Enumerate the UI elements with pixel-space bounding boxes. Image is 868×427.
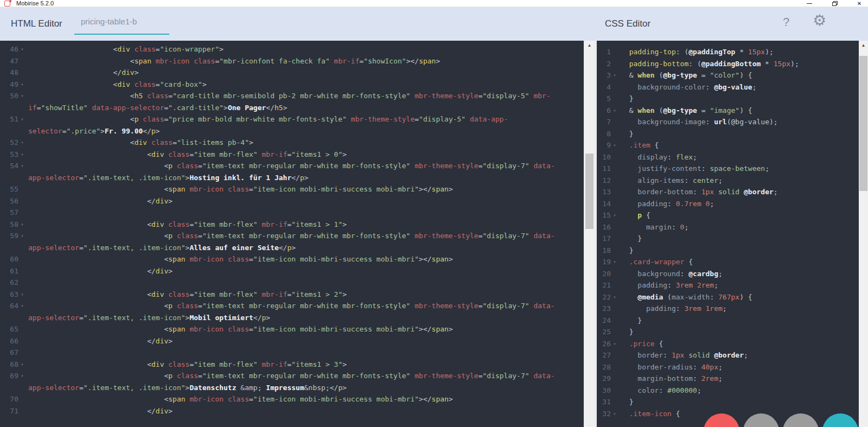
code-line-content[interactable]: border-radius: 40px; xyxy=(618,361,723,373)
code-line[interactable]: 19▾ .card-wrapper { xyxy=(597,256,859,268)
css-scrollbar-thumb[interactable] xyxy=(859,56,867,191)
fold-chevron-down-icon[interactable]: ▾ xyxy=(611,408,618,420)
code-line-content[interactable]: app-selector=".item-text, .item-icon">Ho… xyxy=(26,172,309,184)
code-line[interactable]: 23 padding: 3rem 1rem; xyxy=(597,303,859,315)
fold-chevron-down-icon[interactable]: ▾ xyxy=(18,300,26,312)
code-line-content[interactable]: <div class="item mbr-flex" mbr-if="items… xyxy=(26,149,347,161)
code-line-content[interactable]: <div class="list-items pb-4"> xyxy=(26,137,253,149)
fold-chevron-down-icon[interactable]: ▾ xyxy=(18,137,26,149)
code-line[interactable]: 67 xyxy=(0,347,584,359)
code-line[interactable]: 10 display: flex; xyxy=(597,151,859,163)
fold-chevron-down-icon[interactable]: ▾ xyxy=(18,43,26,55)
html-scrollbar-thumb[interactable] xyxy=(585,154,593,229)
code-line-content[interactable]: <div class="icon-wrapper"> xyxy=(26,43,224,55)
code-line[interactable]: 54▾ <p class="item-text mbr-regular mbr-… xyxy=(0,160,584,172)
code-line[interactable]: 14 padding: 0.7rem 0; xyxy=(597,198,859,210)
code-line-content[interactable]: display: flex; xyxy=(618,151,697,163)
code-line-content[interactable]: <span mbr-icon class="item-icon mobi-mbr… xyxy=(26,183,453,195)
fold-chevron-down-icon[interactable]: ▾ xyxy=(18,90,26,102)
code-line[interactable]: 55 <span mbr-icon class="item-icon mobi-… xyxy=(0,183,584,195)
code-line-content[interactable]: <span mbr-icon class="item-icon mobi-mbr… xyxy=(26,323,453,335)
code-line-content[interactable]: padding-top: (@paddingTop * 15px); xyxy=(618,46,774,58)
code-line[interactable]: 2 padding-bottom: (@paddingBottom * 15px… xyxy=(597,58,859,70)
code-line[interactable]: 27 border: 1px solid @border; xyxy=(597,349,859,361)
code-line-content[interactable]: <div class="item mbr-flex" mbr-if="items… xyxy=(26,359,347,371)
code-line[interactable]: selector=".price">Fr. 99.00</p> xyxy=(0,125,584,137)
fold-chevron-down-icon[interactable]: ▾ xyxy=(611,338,618,350)
minimize-button[interactable] xyxy=(805,0,814,7)
code-line-content[interactable]: p { xyxy=(618,209,650,221)
code-line-content[interactable]: } xyxy=(618,128,633,140)
code-line[interactable]: 66 </div> xyxy=(0,335,584,347)
fab-secondary-button-1[interactable] xyxy=(743,413,779,427)
code-line[interactable]: 71 </div> xyxy=(0,405,584,417)
fold-chevron-down-icon[interactable]: ▾ xyxy=(18,219,26,231)
code-line[interactable]: 22▾ @media (max-width: 767px) { xyxy=(597,291,859,303)
code-line-content[interactable]: border: 1px solid @border; xyxy=(618,349,748,361)
code-line[interactable]: 13 border-bottom: 1px solid @border; xyxy=(597,186,859,198)
code-line-content[interactable]: & when (@bg-type = "color") { xyxy=(618,69,752,81)
fold-chevron-down-icon[interactable]: ▾ xyxy=(18,79,26,91)
code-line[interactable]: 29 margin-bottom: 2rem; xyxy=(597,373,859,385)
code-line[interactable]: 60 <span mbr-icon class="item-icon mobi-… xyxy=(0,253,584,265)
fold-chevron-down-icon[interactable]: ▾ xyxy=(18,230,26,242)
code-line-content[interactable]: .price { xyxy=(618,338,663,350)
code-line-content[interactable]: } xyxy=(618,315,642,327)
code-line-content[interactable]: <p class="item-text mbr-regular mbr-whit… xyxy=(26,370,555,382)
code-line-content[interactable]: margin: 0; xyxy=(618,221,688,233)
code-line[interactable]: if="showTitle" data-app-selector=".card-… xyxy=(0,102,584,114)
html-editor-scrollbar[interactable]: ▲ xyxy=(585,41,594,427)
code-line[interactable]: app-selector=".item-text, .item-icon">Da… xyxy=(0,382,584,394)
code-line[interactable]: 64▾ <p class="item-text mbr-regular mbr-… xyxy=(0,300,584,312)
settings-gear-icon[interactable]: ⚙ xyxy=(813,11,826,29)
code-line[interactable]: 50▾ <h5 class="card-title mbr-semibold p… xyxy=(0,90,584,102)
window-titlebar[interactable]: Mobirise 5.2.0 ✕ xyxy=(0,0,868,7)
code-line-content[interactable]: background-color: @bg-value; xyxy=(618,81,756,93)
code-line[interactable]: 70 <span mbr-icon class="item-icon mobi-… xyxy=(0,393,584,405)
code-line-content[interactable]: } xyxy=(618,93,633,105)
code-line-content[interactable]: </div> xyxy=(26,67,139,79)
code-line[interactable]: 49▾ <div class="card-box"> xyxy=(0,79,584,91)
code-line-content[interactable]: align-items: center; xyxy=(618,175,723,187)
code-line[interactable]: 11 justify-content: space-between; xyxy=(597,163,859,175)
code-line[interactable]: 9▾ .item { xyxy=(597,139,859,151)
code-line[interactable]: app-selector=".item-text, .item-icon">Mo… xyxy=(0,312,584,324)
code-line[interactable]: 8 } xyxy=(597,128,859,140)
code-line-content[interactable]: <h5 class="card-title mbr-semibold pb-2 … xyxy=(26,90,551,102)
maximize-restore-button[interactable] xyxy=(830,0,839,7)
code-line[interactable]: 65 <span mbr-icon class="item-icon mobi-… xyxy=(0,323,584,335)
code-line[interactable]: app-selector=".item-text, .item-icon">Al… xyxy=(0,242,584,254)
code-line-content[interactable]: border-bottom: 1px solid @border; xyxy=(618,186,778,198)
code-line-content[interactable]: </div> xyxy=(26,335,173,347)
code-line-content[interactable]: & when (@bg-type = "image") { xyxy=(618,105,752,117)
code-line[interactable]: 6▾ & when (@bg-type = "image") { xyxy=(597,105,859,117)
code-line-content[interactable] xyxy=(26,277,28,289)
code-line-content[interactable]: } xyxy=(618,326,633,338)
fold-chevron-down-icon[interactable]: ▾ xyxy=(18,370,26,382)
code-line-content[interactable]: color: #000000; xyxy=(618,385,701,397)
fold-chevron-down-icon[interactable]: ▾ xyxy=(18,359,26,371)
fold-chevron-down-icon[interactable]: ▾ xyxy=(611,209,618,221)
fold-chevron-down-icon[interactable]: ▾ xyxy=(611,69,618,81)
code-line-content[interactable]: <span mbr-icon class="item-icon mobi-mbr… xyxy=(26,393,453,405)
code-line[interactable]: 51▾ <p class="price mbr-bold mbr-white m… xyxy=(0,113,584,125)
code-line-content[interactable]: } xyxy=(618,396,633,408)
code-line[interactable]: 53▾ <div class="item mbr-flex" mbr-if="i… xyxy=(0,149,584,161)
code-line[interactable]: 68▾ <div class="item mbr-flex" mbr-if="i… xyxy=(0,359,584,371)
code-line[interactable]: 63▾ <div class="item mbr-flex" mbr-if="i… xyxy=(0,289,584,301)
code-line-content[interactable]: <p class="item-text mbr-regular mbr-whit… xyxy=(26,160,555,172)
scroll-up-arrow-icon[interactable]: ▲ xyxy=(859,41,868,50)
code-line-content[interactable] xyxy=(26,347,28,359)
code-line-content[interactable]: padding-bottom: (@paddingBottom * 15px); xyxy=(618,58,799,70)
code-line[interactable]: 7 background-image: url(@bg-value); xyxy=(597,116,859,128)
code-line[interactable]: 56 </div> xyxy=(0,195,584,207)
css-code-editor[interactable]: 1 padding-top: (@paddingTop * 15px);2 pa… xyxy=(597,41,859,427)
tab-pricing-table1-b[interactable]: pricing-table1-b xyxy=(74,17,169,35)
code-line[interactable]: 57 xyxy=(0,207,584,219)
code-line-content[interactable]: app-selector=".item-text, .item-icon">Da… xyxy=(26,382,347,394)
code-line[interactable]: 26▾ .price { xyxy=(597,338,859,350)
code-line-content[interactable]: padding: 0.7rem 0; xyxy=(618,198,714,210)
code-line-content[interactable]: .item-icon { xyxy=(618,408,680,420)
code-line[interactable]: 16 margin: 0; xyxy=(597,221,859,233)
fold-chevron-down-icon[interactable]: ▾ xyxy=(611,256,618,268)
